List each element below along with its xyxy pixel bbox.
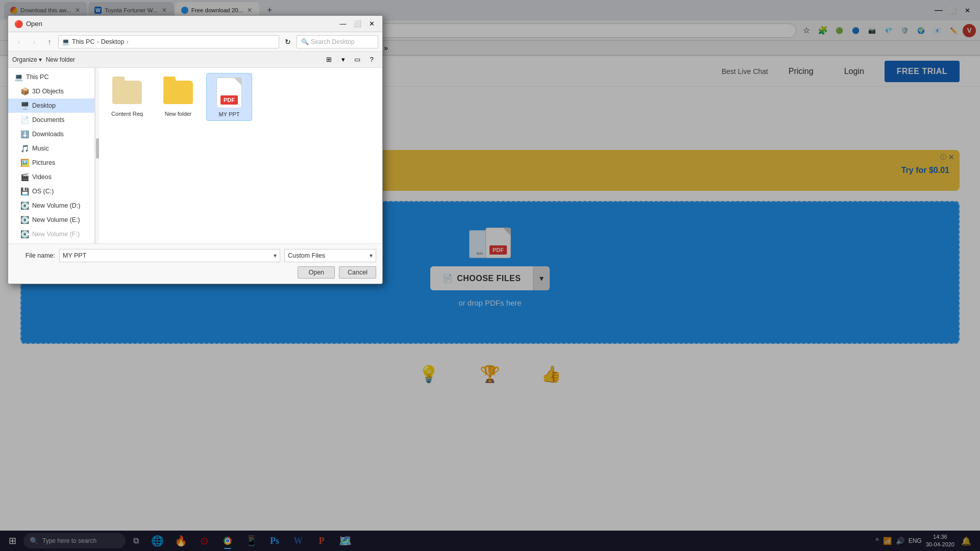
toolbar2-icons: ⊞ ▾ ▭ ?	[322, 53, 378, 66]
dialog-open-button[interactable]: Open	[298, 266, 335, 279]
music-icon: 🎵	[20, 144, 29, 153]
file-dialog: 🔴 Open — ⬜ ✕ ‹ › ↑ 💻 This PC › Desktop ›…	[8, 15, 383, 284]
dialog-cancel-button[interactable]: Cancel	[339, 266, 376, 279]
view-icon[interactable]: ⊞	[322, 53, 335, 66]
sidebar-volume-e[interactable]: 💽 New Volume (E:)	[8, 213, 94, 227]
dialog-footer: File name: MY PPT ▾ Custom Files ▾ Open …	[8, 243, 382, 284]
filetype-arrow: ▾	[370, 252, 373, 259]
sidebar-desktop-label: Desktop	[32, 102, 56, 109]
file-my-ppt[interactable]: PDF MY PPT	[206, 73, 252, 121]
breadcrumb-sep-2: ›	[126, 38, 128, 45]
sidebar-pictures-label: Pictures	[32, 159, 55, 166]
search-icon: 🔍	[301, 38, 309, 45]
dialog-body: 💻 This PC 📦 3D Objects 🖥️ Desktop 📄 Docu…	[8, 68, 382, 243]
file-new-folder[interactable]: New folder	[155, 73, 201, 121]
videos-icon: 🎬	[20, 173, 29, 181]
breadcrumb-sep-1: ›	[96, 38, 99, 45]
pictures-icon: 🖼️	[20, 159, 29, 167]
sidebar-music[interactable]: 🎵 Music	[8, 141, 94, 156]
dialog-sidebar-wrapper: 💻 This PC 📦 3D Objects 🖥️ Desktop 📄 Docu…	[8, 68, 99, 243]
new-folder-button[interactable]: New folder	[46, 56, 75, 63]
my-ppt-label: MY PPT	[219, 111, 240, 117]
breadcrumb-desktop: Desktop	[101, 38, 125, 45]
search-placeholder: Search Desktop	[311, 38, 354, 45]
dialog-forward[interactable]: ›	[28, 35, 41, 48]
breadcrumb-thispc: This PC	[72, 38, 94, 45]
dialog-close[interactable]: ✕	[365, 18, 378, 30]
new-folder-icon	[162, 76, 194, 109]
help-icon[interactable]: ?	[365, 53, 378, 66]
dialog-controls: — ⬜ ✕	[336, 18, 378, 30]
sidebar-music-label: Music	[32, 145, 49, 152]
sidebar-videos-label: Videos	[32, 173, 52, 181]
sidebar-documents[interactable]: 📄 Documents	[8, 113, 94, 127]
folder-light-icon	[112, 81, 142, 104]
organize-arrow: ▾	[39, 56, 42, 63]
dialog-search[interactable]: 🔍 Search Desktop	[297, 35, 378, 48]
my-ppt-icon: PDF	[213, 77, 246, 109]
view-dropdown[interactable]: ▾	[336, 53, 350, 66]
sidebar-this-pc-label: This PC	[26, 73, 48, 81]
dialog-titlebar: 🔴 Open — ⬜ ✕	[8, 16, 382, 32]
filetype-value: Custom Files	[288, 252, 368, 259]
dialog-filename-row: File name: MY PPT ▾ Custom Files ▾	[14, 249, 376, 262]
this-pc-icon: 💻	[14, 73, 23, 81]
dialog-toolbar2: Organize ▾ New folder ⊞ ▾ ▭ ?	[8, 52, 382, 68]
sidebar-volume-f-label: New Volume (F:)	[32, 231, 80, 238]
pdf-badge-2: PDF	[220, 95, 238, 105]
preview-icon[interactable]: ▭	[351, 53, 364, 66]
breadcrumb-bar[interactable]: 💻 This PC › Desktop ›	[58, 35, 279, 48]
sidebar-os-c-label: OS (C:)	[32, 188, 54, 195]
desktop-icon: 🖥️	[20, 102, 29, 110]
dialog-buttons-row: Open Cancel	[14, 266, 376, 279]
sidebar-os-c[interactable]: 💾 OS (C:)	[8, 184, 94, 198]
filename-label: File name:	[14, 252, 55, 259]
filename-dropdown-arrow[interactable]: ▾	[274, 252, 277, 259]
documents-icon: 📄	[20, 116, 29, 124]
sidebar-this-pc[interactable]: 💻 This PC	[8, 70, 94, 84]
sidebar-pictures[interactable]: 🖼️ Pictures	[8, 156, 94, 170]
dialog-back[interactable]: ‹	[12, 35, 26, 48]
dialog-overlay: 🔴 Open — ⬜ ✕ ‹ › ↑ 💻 This PC › Desktop ›…	[0, 0, 980, 551]
new-folder-label: New folder	[165, 111, 192, 117]
sidebar-3d-label: 3D Objects	[32, 88, 64, 95]
dialog-toolbar: ‹ › ↑ 💻 This PC › Desktop › ↻ 🔍 Search D…	[8, 32, 382, 52]
sidebar-scroll-thumb	[96, 138, 99, 159]
dialog-title-text: Open	[26, 20, 336, 28]
sidebar-videos[interactable]: 🎬 Videos	[8, 170, 94, 184]
dialog-up[interactable]: ↑	[43, 35, 56, 48]
3d-objects-icon: 📦	[20, 87, 29, 95]
sidebar-3d-objects[interactable]: 📦 3D Objects	[8, 84, 94, 98]
dialog-sidebar: 💻 This PC 📦 3D Objects 🖥️ Desktop 📄 Docu…	[8, 68, 95, 243]
dialog-minimize[interactable]: —	[336, 18, 350, 30]
content-req-label: Content Req	[111, 111, 143, 117]
file-content-req[interactable]: Content Req	[104, 73, 150, 121]
volume-f-icon: 💽	[20, 230, 29, 238]
sidebar-volume-f[interactable]: 💽 New Volume (F:)	[8, 227, 94, 241]
volume-d-icon: 💽	[20, 202, 29, 210]
volume-e-icon: 💽	[20, 216, 29, 224]
organize-label: Organize	[12, 56, 37, 63]
filetype-select[interactable]: Custom Files ▾	[284, 249, 376, 262]
sidebar-desktop[interactable]: 🖥️ Desktop	[8, 98, 94, 113]
pdf-file-icon-2: PDF	[216, 78, 242, 108]
organize-button[interactable]: Organize ▾	[12, 56, 42, 63]
dialog-maximize[interactable]: ⬜	[351, 18, 364, 30]
sidebar-downloads[interactable]: ⬇️ Downloads	[8, 127, 94, 141]
sidebar-downloads-label: Downloads	[32, 131, 64, 138]
filename-value: MY PPT	[63, 252, 272, 259]
dialog-refresh[interactable]: ↻	[281, 35, 295, 48]
dialog-title-icon: 🔴	[14, 20, 23, 28]
filename-input[interactable]: MY PPT ▾	[59, 249, 280, 262]
sidebar-volume-e-label: New Volume (E:)	[32, 216, 80, 223]
folder-yellow-icon	[163, 81, 193, 104]
breadcrumb-icon: 💻	[62, 38, 70, 45]
sidebar-scrollbar[interactable]	[95, 68, 99, 243]
os-c-icon: 💾	[20, 187, 29, 195]
dialog-file-area: Content Req New folder PDF MY	[99, 68, 382, 243]
content-req-icon	[111, 76, 143, 109]
sidebar-documents-label: Documents	[32, 116, 64, 123]
sidebar-volume-d-label: New Volume (D:)	[32, 202, 80, 209]
downloads-icon: ⬇️	[20, 130, 29, 138]
sidebar-volume-d[interactable]: 💽 New Volume (D:)	[8, 198, 94, 213]
